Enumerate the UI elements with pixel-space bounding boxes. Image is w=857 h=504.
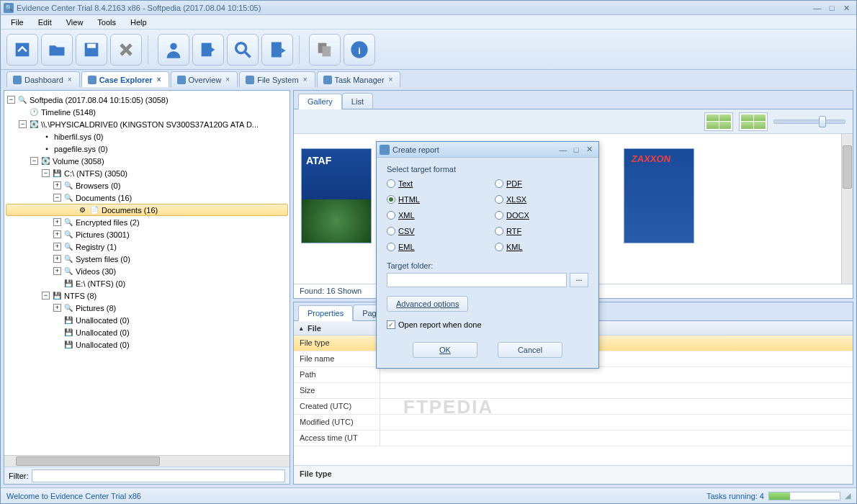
tree-node[interactable]: −🔍Softpedia (2017.08.04 10:15:05) (3058) bbox=[6, 94, 288, 106]
tree-node[interactable]: 💾Unallocated (0) bbox=[6, 314, 288, 326]
tree-node[interactable]: −💽Volume (3058) bbox=[6, 155, 288, 167]
tab-dashboard[interactable]: Dashboard× bbox=[6, 71, 80, 87]
tree-node[interactable]: +🔍Browsers (0) bbox=[6, 179, 288, 192]
new-button[interactable] bbox=[6, 34, 38, 66]
collapse-icon[interactable]: − bbox=[42, 169, 50, 177]
minimize-button[interactable]: — bbox=[557, 145, 570, 154]
report-button[interactable] bbox=[261, 34, 293, 66]
menu-edit[interactable]: Edit bbox=[31, 17, 59, 28]
resize-grip-icon[interactable]: ◢ bbox=[845, 491, 851, 500]
expand-icon[interactable]: + bbox=[53, 267, 61, 275]
tree[interactable]: −🔍Softpedia (2017.08.04 10:15:05) (3058)… bbox=[4, 91, 290, 455]
close-icon[interactable]: × bbox=[387, 76, 395, 84]
browse-button[interactable]: ... bbox=[570, 273, 588, 287]
target-folder-input[interactable] bbox=[387, 273, 567, 287]
expand-icon[interactable]: + bbox=[53, 218, 61, 226]
radio-xlsx[interactable]: XLSX bbox=[495, 195, 588, 204]
tab-overview[interactable]: Overview× bbox=[171, 71, 238, 87]
grid-size-button[interactable] bbox=[704, 112, 733, 131]
tree-node[interactable]: −🔍Documents (16) bbox=[6, 192, 288, 204]
open-button[interactable] bbox=[41, 34, 73, 66]
tree-node[interactable]: ▪hiberfil.sys (0) bbox=[6, 130, 288, 143]
maximize-button[interactable]: □ bbox=[570, 145, 583, 154]
close-icon[interactable]: × bbox=[156, 76, 163, 84]
tree-node[interactable]: +🔍Pictures (8) bbox=[6, 302, 288, 314]
property-row[interactable]: Modified (UTC) bbox=[294, 415, 853, 431]
radio-rtf[interactable]: RTF bbox=[495, 227, 588, 235]
search-button[interactable] bbox=[227, 34, 259, 66]
horizontal-scrollbar[interactable] bbox=[4, 455, 290, 467]
tab-gallery[interactable]: Gallery bbox=[298, 94, 342, 109]
radio-kml[interactable]: KML bbox=[495, 243, 588, 251]
tree-node[interactable]: −💾NTFS (8) bbox=[6, 289, 288, 302]
advanced-options-button[interactable]: Advanced options bbox=[387, 296, 468, 312]
expand-icon[interactable]: + bbox=[53, 255, 61, 263]
tree-node[interactable]: −💽\\.\PHYSICALDRIVE0 (KINGSTON SV300S37A… bbox=[6, 118, 288, 130]
cancel-button[interactable]: Cancel bbox=[498, 342, 562, 358]
property-row[interactable]: Access time (UT bbox=[294, 431, 853, 446]
radio-html[interactable]: HTML bbox=[387, 195, 480, 204]
slider-handle[interactable] bbox=[819, 116, 826, 127]
expand-icon[interactable]: + bbox=[53, 230, 61, 238]
vertical-scrollbar[interactable] bbox=[841, 134, 853, 284]
thumbnail-size-slider[interactable] bbox=[773, 120, 845, 124]
radio-text[interactable]: Text bbox=[387, 179, 480, 188]
property-row[interactable]: Created (UTC) bbox=[294, 399, 853, 415]
user-button[interactable] bbox=[158, 34, 189, 66]
tree-node[interactable]: +🔍Pictures (3001) bbox=[6, 228, 288, 240]
scrollbar-thumb[interactable] bbox=[843, 145, 852, 189]
collapse-icon[interactable]: − bbox=[42, 292, 50, 300]
close-icon[interactable]: × bbox=[66, 76, 73, 84]
collapse-icon[interactable]: − bbox=[19, 120, 27, 128]
ok-button[interactable]: OK bbox=[413, 342, 477, 358]
tree-node-selected[interactable]: ⚙📄Documents (16) bbox=[6, 204, 288, 216]
tab-properties[interactable]: Properties bbox=[298, 305, 353, 321]
grid-size-button[interactable] bbox=[739, 112, 768, 131]
property-row[interactable]: Size bbox=[294, 383, 853, 399]
collapse-icon[interactable]: − bbox=[7, 96, 15, 104]
menu-help[interactable]: Help bbox=[123, 17, 154, 28]
close-button[interactable]: ✕ bbox=[839, 3, 853, 13]
radio-docx[interactable]: DOCX bbox=[495, 211, 588, 220]
tab-case-explorer[interactable]: Case Explorer× bbox=[81, 71, 169, 87]
delete-button[interactable] bbox=[110, 34, 142, 66]
menu-file[interactable]: File bbox=[4, 17, 31, 28]
maximize-button[interactable]: □ bbox=[825, 3, 839, 13]
collapse-icon[interactable]: − bbox=[30, 157, 38, 165]
collapse-icon[interactable]: − bbox=[53, 194, 61, 202]
minimize-button[interactable]: — bbox=[810, 3, 825, 13]
radio-pdf[interactable]: PDF bbox=[495, 179, 588, 188]
open-when-done-checkbox[interactable]: ✓ Open report when done bbox=[387, 320, 588, 329]
menu-view[interactable]: View bbox=[59, 17, 91, 28]
tree-node[interactable]: −💾C:\ (NTFS) (3050) bbox=[6, 167, 288, 179]
close-icon[interactable]: × bbox=[302, 76, 309, 84]
tree-node[interactable]: 💾Unallocated (0) bbox=[6, 338, 288, 351]
radio-xml[interactable]: XML bbox=[387, 211, 480, 220]
scrollbar-thumb[interactable] bbox=[16, 456, 160, 466]
close-button[interactable]: ✕ bbox=[583, 145, 596, 154]
save-button[interactable] bbox=[76, 34, 107, 66]
property-row[interactable]: Path bbox=[294, 367, 853, 383]
dialog-titlebar[interactable]: Create report — □ ✕ bbox=[377, 142, 598, 158]
expand-icon[interactable]: + bbox=[53, 181, 61, 189]
tree-node[interactable]: 🕐Timeline (5148) bbox=[6, 106, 288, 118]
tree-node[interactable]: ▪pagefile.sys (0) bbox=[6, 143, 288, 155]
copy-button[interactable] bbox=[309, 34, 341, 66]
tree-node[interactable]: +🔍System files (0) bbox=[6, 253, 288, 265]
expand-icon[interactable]: + bbox=[53, 304, 61, 312]
tree-node[interactable]: +🔍Encrypted files (2) bbox=[6, 216, 288, 228]
collapse-icon[interactable]: ▴ bbox=[300, 325, 303, 332]
expand-icon[interactable]: + bbox=[53, 243, 61, 251]
export-button[interactable] bbox=[192, 34, 224, 66]
filter-input[interactable] bbox=[32, 469, 286, 482]
radio-eml[interactable]: EML bbox=[387, 243, 480, 251]
tree-node[interactable]: +🔍Registry (1) bbox=[6, 240, 288, 253]
tree-node[interactable]: 💾E:\ (NTFS) (0) bbox=[6, 277, 288, 289]
tab-list[interactable]: List bbox=[342, 93, 373, 109]
close-icon[interactable]: × bbox=[224, 76, 231, 84]
thumbnail-item[interactable]: ZAXXON bbox=[624, 148, 694, 276]
menu-tools[interactable]: Tools bbox=[90, 17, 123, 28]
info-button[interactable]: i bbox=[344, 34, 375, 66]
tab-task-manager[interactable]: Task Manager× bbox=[317, 71, 401, 87]
tree-node[interactable]: 💾Unallocated (0) bbox=[6, 326, 288, 338]
